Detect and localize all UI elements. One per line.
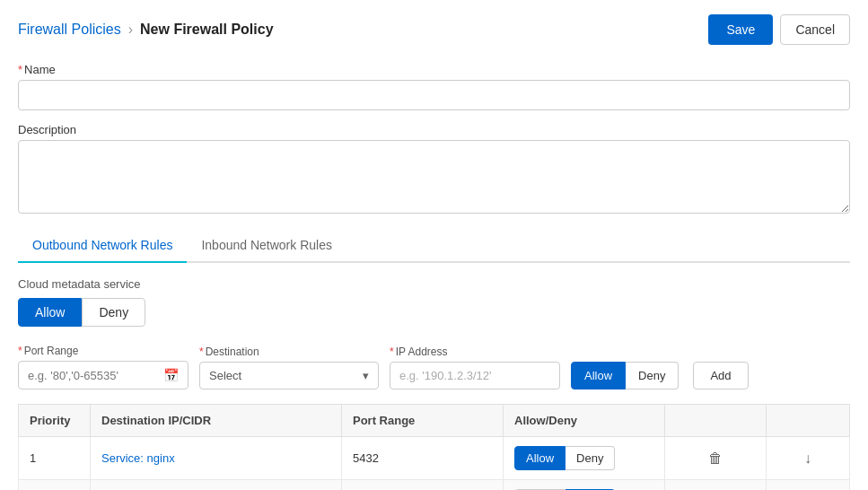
table-row: 2 Anywhere 5432 Allow Deny 🗑 ↑ — [19, 480, 850, 491]
cloud-metadata-toggle: Allow Deny — [18, 298, 850, 327]
row1-actions: 🗑 — [676, 449, 755, 468]
row1-destination: Service: nginx — [91, 437, 342, 480]
description-input[interactable] — [18, 140, 850, 214]
save-button[interactable]: Save — [708, 14, 773, 45]
calendar-icon: 📅 — [163, 368, 179, 382]
table-row: 1 Service: nginx 5432 Allow Deny 🗑 — [19, 437, 850, 480]
chevron-down-icon: ▾ — [363, 369, 369, 382]
col-header-action1 — [665, 405, 767, 437]
row2-delete-cell: 🗑 — [665, 480, 767, 491]
destination-label: *Destination — [199, 346, 379, 358]
breadcrumb: Firewall Policies › New Firewall Policy — [18, 22, 274, 38]
cloud-metadata-allow-button[interactable]: Allow — [18, 298, 82, 327]
row1-deny-button[interactable]: Deny — [566, 446, 615, 470]
row1-delete-cell: 🗑 — [665, 437, 767, 480]
row1-move-down-button[interactable]: ↓ — [802, 449, 813, 468]
row1-delete-button[interactable]: 🗑 — [706, 449, 724, 468]
rule-form-row: *Port Range 📅 *Destination Select ▾ *IP … — [18, 345, 850, 389]
row1-port-range: 5432 — [342, 437, 504, 480]
description-label: Description — [18, 123, 850, 136]
name-required-star: * — [18, 63, 22, 76]
row2-allow-deny: Allow Deny — [504, 480, 665, 491]
row2-move-cell: ↑ — [767, 480, 850, 491]
destination-field: *Destination Select ▾ — [199, 346, 379, 389]
cancel-button[interactable]: Cancel — [780, 14, 850, 45]
ip-address-label: *IP Address — [390, 346, 560, 358]
col-header-port-range: Port Range — [342, 405, 504, 437]
add-rule-button[interactable]: Add — [693, 362, 748, 389]
cloud-metadata-deny-button[interactable]: Deny — [82, 298, 145, 327]
cloud-metadata-label: Cloud metadata service — [18, 277, 850, 291]
row2-destination: Anywhere — [91, 480, 342, 491]
col-header-action2 — [767, 405, 850, 437]
row1-destination-link[interactable]: Service: nginx — [101, 451, 175, 465]
description-field-group: Description — [18, 123, 850, 216]
port-range-input[interactable] — [28, 369, 160, 382]
ip-address-input[interactable] — [390, 362, 560, 389]
destination-select-value: Select — [209, 369, 241, 382]
page-header: Firewall Policies › New Firewall Policy … — [18, 14, 850, 45]
rule-deny-button[interactable]: Deny — [626, 362, 679, 389]
tab-outbound[interactable]: Outbound Network Rules — [18, 229, 187, 263]
col-header-allow-deny: Allow/Deny — [504, 405, 665, 437]
row1-move: ↓ — [777, 449, 838, 468]
name-field-group: *Name — [18, 63, 850, 110]
port-range-label: *Port Range — [18, 345, 189, 357]
name-label: *Name — [18, 63, 850, 76]
name-input[interactable] — [18, 80, 850, 110]
breadcrumb-current: New Firewall Policy — [140, 22, 274, 38]
rule-allow-button[interactable]: Allow — [571, 362, 626, 389]
ip-address-field: *IP Address — [390, 346, 560, 389]
tab-inbound[interactable]: Inbound Network Rules — [187, 229, 346, 263]
rules-table: Priority Destination IP/CIDR Port Range … — [18, 404, 850, 490]
header-actions: Save Cancel — [708, 14, 850, 45]
breadcrumb-firewall-link[interactable]: Firewall Policies — [18, 22, 121, 38]
row1-priority: 1 — [19, 437, 91, 480]
network-tabs: Outbound Network Rules Inbound Network R… — [18, 229, 850, 263]
rule-allow-deny-toggle: Allow Deny — [571, 362, 679, 389]
main-page: Firewall Policies › New Firewall Policy … — [0, 0, 868, 490]
destination-select[interactable]: Select ▾ — [199, 362, 379, 389]
row1-move-cell: ↓ — [767, 437, 850, 480]
port-range-input-wrapper: 📅 — [18, 361, 189, 389]
row1-allow-button[interactable]: Allow — [514, 446, 566, 470]
row1-toggle: Allow Deny — [514, 446, 653, 470]
col-header-priority: Priority — [19, 405, 91, 437]
cloud-metadata-section: Cloud metadata service Allow Deny — [18, 277, 850, 327]
port-range-field: *Port Range 📅 — [18, 345, 189, 389]
row2-priority: 2 — [19, 480, 91, 491]
row2-port-range: 5432 — [342, 480, 504, 491]
col-header-destination: Destination IP/CIDR — [91, 405, 342, 437]
row1-allow-deny: Allow Deny — [504, 437, 665, 480]
breadcrumb-separator: › — [128, 22, 133, 38]
